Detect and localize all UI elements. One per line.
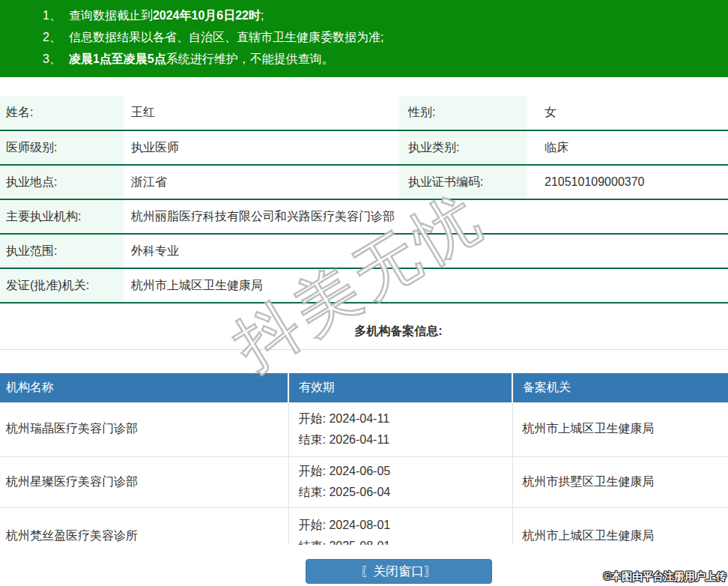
table-row: 发证(批准)机关: 杭州市上城区卫生健康局 <box>0 268 728 303</box>
table-row: 主要执业机构: 杭州丽脂医疗科技有限公司和兴路医疗美容门诊部 <box>0 199 728 234</box>
column-header-authority: 备案机关 <box>512 373 728 402</box>
record-authority: 杭州市上城区卫生健康局 <box>512 507 728 545</box>
record-end-date: 结束: 2025-06-04 <box>299 482 512 503</box>
records-table: 机构名称 有效期 备案机关 杭州瑞晶医疗美容门诊部 开始: 2024-04-11… <box>0 373 728 545</box>
record-validity: 开始: 2024-06-05 结束: 2025-06-04 <box>288 456 512 507</box>
record-start-date: 开始: 2024-06-05 <box>299 461 512 482</box>
notice-number: 1、 <box>43 9 69 22</box>
page-content: 1、查询数据截止到2024年10月6日22时; 2、信息数据结果以各省、自治区、… <box>0 0 728 586</box>
multi-institution-section-title: 多机构备案信息: <box>0 314 728 350</box>
field-value-practice-type: 临床 <box>527 130 728 165</box>
record-start-date: 开始: 2024-04-11 <box>299 408 512 429</box>
field-label-gender: 性别: <box>399 96 527 130</box>
record-authority: 杭州市拱墅区卫生健康局 <box>512 456 728 507</box>
field-label-practice-place: 执业地点: <box>0 165 124 199</box>
field-value-gender: 女 <box>527 96 728 130</box>
records-header-row: 机构名称 有效期 备案机关 <box>0 373 728 402</box>
field-value-issuing-authority: 杭州市上城区卫生健康局 <box>124 268 728 303</box>
field-label-main-institution: 主要执业机构: <box>0 199 124 234</box>
table-row: 执业范围: 外科专业 <box>0 234 728 268</box>
footer-bar: 〖关闭窗口〗 <box>0 545 728 586</box>
field-label-practice-scope: 执业范围: <box>0 234 124 268</box>
notice-text: 信息数据结果以各省、自治区、直辖市卫生健康委数据为准; <box>69 31 383 43</box>
field-label-issuing-authority: 发证(批准)机关: <box>0 268 124 303</box>
notice-number: 3、 <box>43 52 69 65</box>
notice-number: 2、 <box>43 31 69 43</box>
record-org-name: 杭州瑞晶医疗美容门诊部 <box>0 402 288 456</box>
notice-line-3: 3、凌晨1点至凌晨5点系统进行维护，不能提供查询。 <box>43 48 728 70</box>
record-authority: 杭州市上城区卫生健康局 <box>512 402 728 456</box>
table-row: 执业地点: 浙江省 执业证书编码: 210510109000370 <box>0 165 728 199</box>
field-value-practice-scope: 外科专业 <box>124 234 728 268</box>
notice-bold-text: 凌晨1点至凌晨5点 <box>69 52 166 65</box>
field-value-practice-place: 浙江省 <box>124 165 399 199</box>
query-result-page: 1、查询数据截止到2024年10月6日22时; 2、信息数据结果以各省、自治区、… <box>0 0 728 586</box>
record-end-date: 结束: 2026-04-11 <box>299 429 512 450</box>
field-label-certificate-no: 执业证书编码: <box>399 165 527 199</box>
record-org-name: 杭州梵丝盈医疗美容诊所 <box>0 507 288 545</box>
field-value-name: 王红 <box>124 96 399 130</box>
notice-line-2: 2、信息数据结果以各省、自治区、直辖市卫生健康委数据为准; <box>43 26 728 48</box>
record-validity: 开始: 2024-04-11 结束: 2026-04-11 <box>288 402 512 456</box>
table-row: 杭州梵丝盈医疗美容诊所 开始: 2024-08-01 结束: 2025-08-0… <box>0 507 728 545</box>
record-start-date: 开始: 2024-08-01 <box>299 515 512 536</box>
record-org-name: 杭州星璨医疗美容门诊部 <box>0 456 288 507</box>
column-header-validity: 有效期 <box>288 373 512 402</box>
table-row: 杭州星璨医疗美容门诊部 开始: 2024-06-05 结束: 2025-06-0… <box>0 456 728 507</box>
field-value-certificate-no: 210510109000370 <box>527 165 728 199</box>
record-end-date: 结束: 2025-08-01 <box>299 536 512 545</box>
records-table-container: 机构名称 有效期 备案机关 杭州瑞晶医疗美容门诊部 开始: 2024-04-11… <box>0 373 728 545</box>
notice-line-1: 1、查询数据截止到2024年10月6日22时; <box>43 4 728 26</box>
field-label-practice-type: 执业类别: <box>399 130 527 165</box>
field-label-doctor-level: 医师级别: <box>0 130 124 165</box>
close-window-button[interactable]: 〖关闭窗口〗 <box>306 559 492 584</box>
field-value-doctor-level: 执业医师 <box>124 130 399 165</box>
practitioner-info-table: 姓名: 王红 性别: 女 医师级别: 执业医师 执业类别: 临床 执业地点: 浙… <box>0 96 728 303</box>
record-validity: 开始: 2024-08-01 结束: 2025-08-01 <box>288 507 512 545</box>
notice-text: ; <box>261 9 264 22</box>
table-row: 医师级别: 执业医师 执业类别: 临床 <box>0 130 728 165</box>
notice-bold-text: 2024年10月6日22时 <box>153 9 261 22</box>
table-row: 姓名: 王红 性别: 女 <box>0 96 728 130</box>
notice-text: 系统进行维护，不能提供查询。 <box>166 52 334 65</box>
notice-text: 查询数据截止到 <box>69 9 153 22</box>
field-value-main-institution: 杭州丽脂医疗科技有限公司和兴路医疗美容门诊部 <box>124 199 728 234</box>
column-header-org: 机构名称 <box>0 373 288 402</box>
field-label-name: 姓名: <box>0 96 124 130</box>
notice-banner: 1、查询数据截止到2024年10月6日22时; 2、信息数据结果以各省、自治区、… <box>0 0 728 77</box>
table-row: 杭州瑞晶医疗美容门诊部 开始: 2024-04-11 结束: 2026-04-1… <box>0 402 728 456</box>
